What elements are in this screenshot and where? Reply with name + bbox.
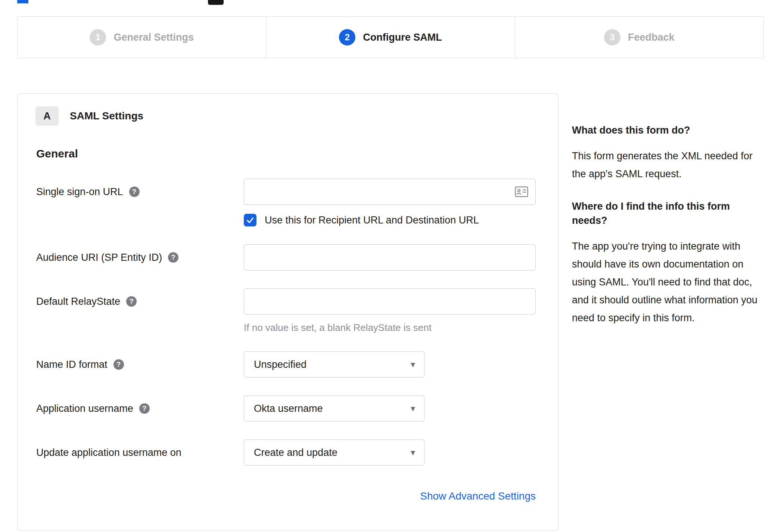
field-label-row: Update application username on [35, 439, 244, 466]
recipient-url-checkbox[interactable] [244, 214, 256, 226]
audience-uri-field: Audience URI (SP Entity ID) ? [35, 244, 540, 270]
step-number-badge: 1 [90, 29, 106, 46]
step-general-settings[interactable]: 1 General Settings [18, 17, 266, 58]
panel-header: A SAML Settings [35, 106, 540, 126]
step-label: Configure SAML [363, 32, 442, 43]
cutoff-header-fragment-blue [17, 0, 28, 3]
wizard-stepper: 1 General Settings 2 Configure SAML 3 Fe… [17, 16, 764, 58]
field-label-row: Single sign-on URL ? [35, 179, 244, 205]
select-value: Create and update [254, 447, 337, 459]
recipient-url-checkbox-row: Use this for Recipient URL and Destinati… [244, 214, 540, 226]
select-value: Okta username [254, 403, 323, 414]
field-label: Default RelayState [36, 295, 120, 308]
sidebar-paragraph-where: The app you're trying to integrate with … [572, 237, 766, 327]
update-application-username-select[interactable]: Create and update ▾ [244, 439, 424, 466]
field-label: Application username [36, 402, 133, 415]
field-label-row: Default RelayState ? [35, 288, 244, 314]
help-icon[interactable]: ? [168, 252, 178, 263]
section-title: SAML Settings [70, 110, 143, 122]
step-number-badge: 2 [339, 29, 355, 46]
name-id-format-select[interactable]: Unspecified ▾ [244, 351, 424, 378]
application-username-field: Application username ? Okta username ▾ [35, 395, 540, 422]
relaystate-hint: If no value is set, a blank RelayState i… [244, 322, 540, 334]
group-title-general: General [36, 147, 540, 160]
default-relaystate-field: Default RelayState ? If no value is set,… [35, 288, 540, 334]
single-sign-on-url-input[interactable] [244, 179, 536, 205]
single-sign-on-url-field: Single sign-on URL ? [35, 179, 540, 226]
page: 1 General Settings 2 Configure SAML 3 Fe… [0, 0, 781, 532]
show-advanced-settings-link[interactable]: Show Advanced Settings [420, 490, 536, 502]
sidebar-heading-what: What does this form do? [572, 123, 766, 137]
step-label: Feedback [628, 32, 675, 43]
chevron-down-icon: ▾ [411, 404, 415, 413]
chevron-down-icon: ▾ [411, 360, 415, 369]
sidebar-paragraph-what: This form generates the XML needed for t… [572, 147, 766, 183]
content-area: A SAML Settings General Single sign-on U… [17, 93, 766, 531]
input-wrapper [244, 179, 536, 205]
field-label-row: Name ID format ? [35, 351, 244, 378]
step-number-badge: 3 [604, 29, 620, 46]
field-label-row: Audience URI (SP Entity ID) ? [35, 244, 244, 270]
field-label-row: Application username ? [35, 395, 244, 422]
name-id-format-field: Name ID format ? Unspecified ▾ [35, 351, 540, 378]
contact-card-icon [515, 186, 528, 197]
step-label: General Settings [113, 32, 194, 43]
cutoff-header-fragment-dark [208, 0, 224, 5]
step-configure-saml[interactable]: 2 Configure SAML [266, 17, 514, 58]
field-label: Name ID format [36, 358, 108, 371]
field-input-col: Create and update ▾ [244, 439, 540, 466]
field-input-col [244, 244, 540, 270]
default-relaystate-input[interactable] [244, 288, 536, 314]
field-label: Audience URI (SP Entity ID) [36, 251, 162, 264]
field-input-col: If no value is set, a blank RelayState i… [244, 288, 540, 334]
help-icon[interactable]: ? [113, 359, 124, 370]
help-icon[interactable]: ? [126, 296, 137, 307]
field-label: Update application username on [36, 446, 181, 459]
input-wrapper [244, 244, 536, 270]
recipient-url-checkbox-label: Use this for Recipient URL and Destinati… [265, 215, 479, 226]
saml-settings-panel: A SAML Settings General Single sign-on U… [17, 93, 558, 531]
step-feedback[interactable]: 3 Feedback [515, 17, 763, 58]
chevron-down-icon: ▾ [411, 448, 415, 457]
update-application-username-field: Update application username on Create an… [35, 439, 540, 466]
section-a-badge: A [35, 106, 59, 126]
select-value: Unspecified [254, 359, 307, 370]
sidebar-heading-where: Where do I find the info this form needs… [572, 199, 766, 228]
help-icon[interactable]: ? [129, 187, 140, 197]
audience-uri-input[interactable] [244, 244, 536, 270]
field-input-col: Okta username ▾ [244, 395, 540, 422]
field-input-col: Use this for Recipient URL and Destinati… [244, 179, 540, 226]
input-wrapper [244, 288, 536, 314]
field-input-col: Unspecified ▾ [244, 351, 540, 378]
help-sidebar: What does this form do? This form genera… [572, 93, 766, 343]
field-label: Single sign-on URL [36, 185, 123, 198]
advanced-settings-row: Show Advanced Settings [35, 490, 536, 502]
help-icon[interactable]: ? [139, 403, 150, 414]
application-username-select[interactable]: Okta username ▾ [244, 395, 424, 422]
